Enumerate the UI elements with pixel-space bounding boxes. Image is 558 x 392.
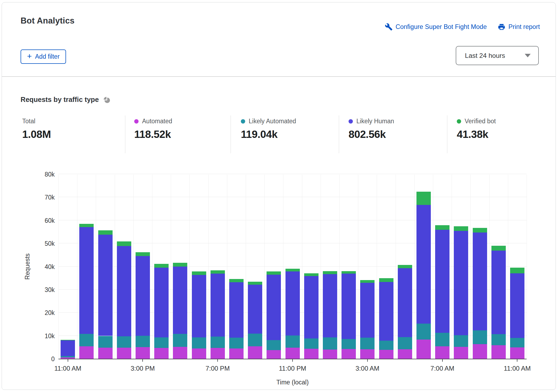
- stat-likely-human[interactable]: Likely Human 802.56k: [339, 115, 394, 153]
- y-tick-label: 80k: [33, 171, 55, 178]
- bar-segment-automated: [154, 348, 169, 359]
- bar-400pm[interactable]: [154, 264, 169, 359]
- y-tick-label: 0: [33, 356, 55, 363]
- bar-segment-verified-bot: [435, 225, 449, 230]
- bar-1100am[interactable]: [510, 268, 524, 359]
- bar-segment-likely-human: [416, 205, 431, 324]
- bar-700pm[interactable]: [211, 270, 225, 359]
- vertical-gridline: [414, 175, 415, 359]
- configure-sbfm-link[interactable]: Configure Super Bot Fight Mode: [385, 23, 487, 31]
- bar-segment-automated: [79, 346, 94, 359]
- stat-verified-bot[interactable]: Verified bot 41.38k: [447, 115, 496, 153]
- bar-800pm[interactable]: [229, 279, 244, 359]
- vertical-gridline: [264, 175, 265, 359]
- bar-segment-automated: [454, 347, 468, 359]
- bar-500am[interactable]: [398, 265, 412, 359]
- stat-value: 118.52k: [134, 128, 172, 140]
- bar-segment-likely-human: [304, 276, 319, 338]
- bar-segment-likely-human: [491, 251, 506, 334]
- bar-segment-likely-human: [79, 227, 94, 334]
- bar-300pm[interactable]: [136, 252, 150, 359]
- bar-900am[interactable]: [473, 228, 487, 359]
- bar-segment-verified-bot: [79, 224, 94, 227]
- vertical-gridline: [358, 175, 358, 359]
- section-title: Requests by traffic type: [21, 96, 99, 104]
- bar-1000pm[interactable]: [267, 271, 281, 359]
- bar-1200pm[interactable]: [79, 224, 94, 359]
- bar-segment-automated: [342, 349, 356, 359]
- bar-segment-automated: [136, 347, 150, 359]
- vertical-gridline: [171, 175, 171, 359]
- vertical-gridline: [489, 175, 490, 359]
- vertical-gridline: [133, 175, 134, 359]
- legend-dot-verified-bot: [457, 119, 461, 124]
- bar-segment-likely-automated: [154, 337, 169, 348]
- bar-1100am[interactable]: [61, 340, 75, 359]
- time-range-select[interactable]: Last 24 hours: [456, 46, 539, 65]
- y-tick-label: 40k: [33, 263, 55, 271]
- bar-segment-verified-bot: [154, 264, 169, 268]
- bar-segment-likely-automated: [267, 340, 281, 350]
- y-tick-label: 50k: [33, 240, 55, 247]
- vertical-gridline: [470, 175, 471, 359]
- bar-segment-likely-human: [342, 274, 356, 339]
- stat-automated[interactable]: Automated 118.52k: [125, 115, 172, 153]
- add-filter-button[interactable]: + Add filter: [21, 49, 66, 64]
- stat-label-row: Likely Human: [349, 118, 394, 125]
- printer-icon: [498, 23, 506, 31]
- bar-segment-likely-human: [173, 267, 187, 334]
- bar-segment-likely-human: [229, 282, 244, 338]
- stat-label-row: Total: [22, 118, 51, 125]
- bar-300am[interactable]: [360, 280, 375, 359]
- bar-segment-verified-bot: [454, 226, 468, 231]
- legend-dot-automated: [134, 119, 139, 124]
- bar-100am[interactable]: [323, 271, 337, 359]
- bar-700am[interactable]: [435, 225, 449, 359]
- chevron-down-icon: [525, 54, 531, 57]
- horizontal-gridline: [58, 174, 527, 174]
- bar-segment-likely-automated: [360, 338, 375, 349]
- bar-500pm[interactable]: [173, 263, 187, 359]
- bar-1000am[interactable]: [491, 246, 506, 359]
- bar-200pm[interactable]: [117, 241, 131, 359]
- vertical-gridline: [339, 175, 340, 359]
- stat-value: 802.56k: [349, 128, 394, 140]
- bar-segment-likely-automated: [491, 334, 506, 346]
- bar-segment-likely-human: [117, 246, 131, 337]
- plot-area: [58, 175, 527, 359]
- stat-value: 41.38k: [457, 128, 496, 140]
- bar-800am[interactable]: [454, 226, 468, 359]
- bar-segment-verified-bot: [61, 340, 75, 340]
- bar-segment-likely-automated: [323, 337, 337, 349]
- bar-200am[interactable]: [342, 271, 356, 359]
- bar-segment-likely-automated: [229, 338, 244, 348]
- bar-100pm[interactable]: [98, 230, 113, 359]
- bar-segment-likely-human: [398, 268, 412, 337]
- bar-600pm[interactable]: [192, 271, 206, 359]
- bar-segment-likely-automated: [136, 336, 150, 347]
- bar-1200am[interactable]: [304, 273, 319, 359]
- y-tick-label: 10k: [33, 333, 55, 340]
- bar-segment-automated: [379, 350, 393, 359]
- bar-segment-verified-bot: [136, 252, 150, 256]
- bar-1100pm[interactable]: [285, 269, 300, 359]
- bar-segment-automated: [267, 350, 281, 359]
- header-divider: [2, 76, 556, 77]
- print-report-label: Print report: [508, 23, 540, 31]
- bar-900pm[interactable]: [248, 282, 262, 359]
- bar-segment-likely-automated: [454, 335, 468, 347]
- bar-segment-likely-human: [435, 230, 449, 333]
- configure-sbfm-label: Configure Super Bot Fight Mode: [396, 23, 487, 31]
- x-tick-mark: [68, 359, 68, 362]
- bar-segment-verified-bot: [304, 273, 319, 276]
- print-report-link[interactable]: Print report: [498, 23, 540, 31]
- x-tick-label: 7:00 PM: [205, 365, 229, 372]
- stats-row: Total 1.08M Automated 118.52k Likely Aut…: [22, 115, 542, 155]
- stat-likely-automated[interactable]: Likely Automated 119.04k: [231, 115, 296, 153]
- bar-segment-likely-automated: [211, 337, 225, 348]
- bar-segment-likely-human: [360, 283, 375, 338]
- bar-600am[interactable]: [416, 192, 431, 359]
- bar-400am[interactable]: [379, 278, 393, 359]
- bar-segment-likely-automated: [192, 337, 206, 348]
- bar-segment-likely-automated: [398, 337, 412, 349]
